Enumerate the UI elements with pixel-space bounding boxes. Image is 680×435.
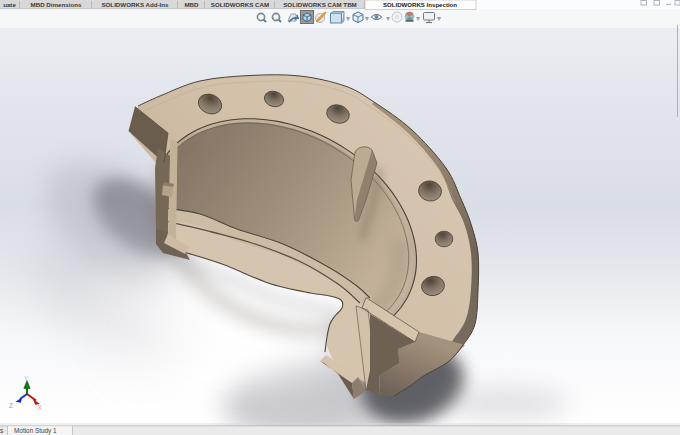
svg-text:▾: ▾ [386, 14, 390, 23]
svg-text:X: X [38, 404, 43, 411]
svg-text:SOLIDWORKS Inspection: SOLIDWORKS Inspection [383, 1, 457, 8]
svg-text:▾: ▾ [416, 14, 420, 23]
svg-text:Y: Y [24, 375, 28, 381]
svg-text:Z: Z [9, 402, 13, 409]
svg-text:▾: ▾ [437, 14, 441, 23]
svg-text:MBD: MBD [184, 1, 199, 8]
svg-text:Motion Study 1: Motion Study 1 [14, 427, 57, 435]
svg-text:▾: ▾ [365, 14, 369, 23]
svg-text:SOLIDWORKS Add-Ins: SOLIDWORKS Add-Ins [101, 1, 169, 8]
svg-text:MBD Dimensions: MBD Dimensions [31, 1, 82, 8]
svg-text:▾: ▾ [346, 14, 350, 23]
svg-text:s: s [0, 427, 3, 434]
svg-text:SOLIDWORKS CAM TBM: SOLIDWORKS CAM TBM [283, 1, 357, 8]
svg-text:uate: uate [3, 1, 16, 8]
svg-text:SOLIDWORKS CAM: SOLIDWORKS CAM [211, 1, 269, 8]
